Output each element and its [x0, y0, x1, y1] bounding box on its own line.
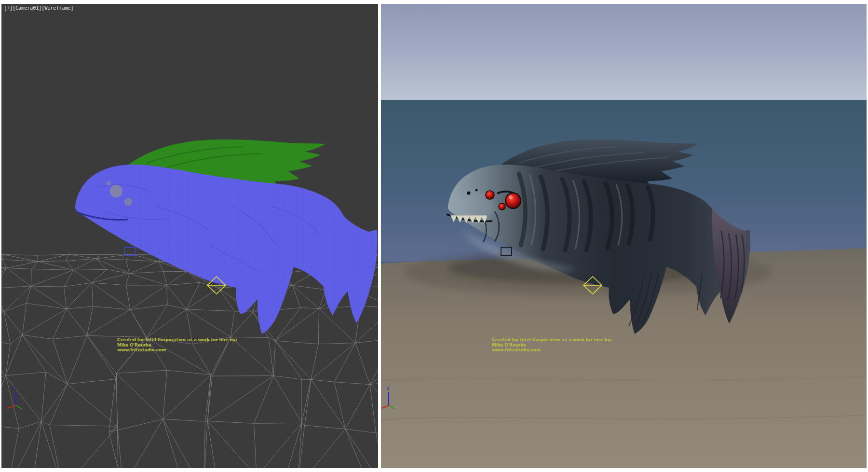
- fish-spot: [106, 181, 111, 186]
- viewport-label-left: [+][Camera01][Wireframe]: [4, 5, 74, 11]
- nostril: [475, 189, 478, 192]
- credit-line-2: Mike O'Rourke: [492, 343, 612, 348]
- viewport-expand-menu[interactable]: [+]: [4, 5, 13, 11]
- viewport-label-right: [+][Camera01][Shaded]: [383, 5, 444, 11]
- world-axis-tripod: z: [1, 382, 35, 411]
- viewport-shaded[interactable]: [+][Camera01][Shaded]: [381, 4, 867, 468]
- wireframe-scene: [1, 4, 378, 468]
- credit-line-2: Mike O'Rourke: [117, 343, 237, 348]
- viewport-wireframe[interactable]: [+][Camera01][Wireframe]: [1, 4, 378, 468]
- viewport-shading-menu[interactable]: [Wireframe]: [41, 5, 73, 11]
- fish-eye-small: [499, 203, 505, 210]
- eye-highlight: [509, 195, 513, 199]
- viewport-shading-menu[interactable]: [Shaded]: [421, 5, 444, 11]
- axis-z-label: z: [14, 386, 17, 391]
- viewport-camera-menu[interactable]: [Camera01]: [13, 5, 41, 11]
- viewport-camera-menu[interactable]: [Camera01]: [392, 5, 421, 11]
- viewport-expand-menu[interactable]: [+]: [383, 5, 392, 11]
- credit-line-3: www.fritzstudio.com: [117, 347, 237, 353]
- credit-line-1: Created for Intel Corporation as a work …: [492, 337, 612, 343]
- fish-eye-medium: [486, 191, 494, 199]
- scene-credits: Created for Intel Corporation as a work …: [492, 337, 612, 353]
- ground-grid-wireframe: [1, 254, 378, 468]
- axis-z-label: z: [387, 386, 390, 391]
- world-axis-tripod: z: [381, 382, 408, 411]
- application-window: [+][Camera01][Wireframe]: [0, 0, 868, 472]
- nostril: [467, 192, 471, 195]
- credit-line-3: www.fritzstudio.com: [492, 347, 612, 353]
- fish-eye-spot-large: [110, 185, 122, 197]
- scene-credits: Created for Intel Corporation as a work …: [117, 337, 237, 353]
- shaded-scene: [381, 4, 867, 468]
- fish-eye-large: [505, 193, 521, 208]
- credit-line-1: Created for Intel Corporation as a work …: [117, 337, 237, 343]
- fish-eye-spot-small: [124, 198, 132, 206]
